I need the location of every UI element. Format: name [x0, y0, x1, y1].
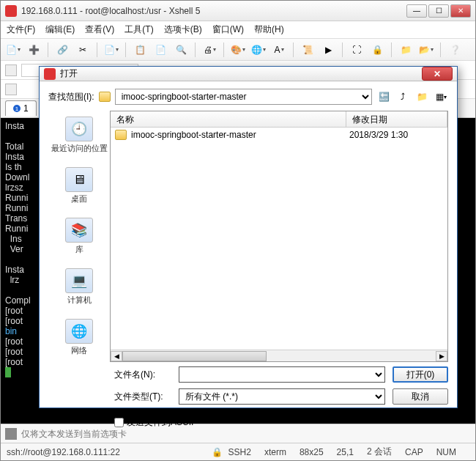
menu-file[interactable]: 文件(F): [7, 23, 35, 36]
fullscreen-icon[interactable]: ⛶: [349, 42, 365, 58]
menu-tab[interactable]: 选项卡(B): [164, 23, 202, 36]
recent-icon: 🕘: [65, 117, 93, 141]
status-conn: ssh://root@192.168.0.111:22: [7, 447, 120, 457]
open-button[interactable]: 打开(0): [393, 366, 448, 383]
open-icon[interactable]: ➕: [26, 42, 42, 58]
menu-help[interactable]: 帮助(H): [254, 23, 284, 36]
help-icon[interactable]: ❔: [447, 42, 463, 58]
separator: [440, 43, 441, 57]
status-lock-icon: 🔒: [212, 447, 223, 457]
folder-icon: [115, 130, 127, 140]
menu-window[interactable]: 窗口(W): [212, 23, 244, 36]
transfer-icon[interactable]: 📁: [398, 42, 414, 58]
desktop-icon: 🖥: [65, 167, 93, 192]
places-bar: 🕘 最近访问的位置 🖥 桌面 📚 库 💻 计算机 🌐 网络: [48, 111, 110, 362]
ascii-label: 发送文件到ASCII: [127, 416, 193, 429]
lock-icon[interactable]: 🔒: [369, 42, 385, 58]
run-icon[interactable]: ▶: [320, 42, 336, 58]
status-sessions: 2 会话: [367, 446, 392, 458]
place-computer[interactable]: 💻 计算机: [48, 265, 110, 309]
session-tab[interactable]: 1 1: [5, 100, 37, 116]
filetype-label: 文件类型(T):: [114, 391, 171, 403]
network-icon: 🌐: [65, 319, 93, 344]
minimize-button[interactable]: —: [406, 4, 427, 18]
file-list-body[interactable]: imooc-springboot-starter-master 2018/3/2…: [111, 128, 447, 350]
toolbar: 📄▾ ➕ 🔗 ✂ 📄▾ 📋 📄 🔍 🖨▾ 🎨▾ 🌐▾ A▾ 📜 ▶ ⛶ 🔒 📁 …: [1, 39, 475, 61]
filename-label: 文件名(N):: [114, 369, 171, 381]
col-date[interactable]: 修改日期: [346, 111, 447, 127]
scroll-track[interactable]: [122, 351, 436, 361]
status-bar: ssh://root@192.168.0.111:22 🔒 SSH2 xterm…: [1, 443, 475, 460]
print-icon[interactable]: 🖨▾: [201, 42, 217, 58]
status-size: 88x25: [300, 447, 324, 457]
menu-edit[interactable]: 编辑(E): [45, 23, 75, 36]
dialog-titlebar[interactable]: 打开 ✕: [40, 67, 457, 81]
file-list: 名称 修改日期 imooc-springboot-starter-master …: [110, 111, 448, 362]
tab-badge: 1: [13, 105, 21, 112]
reconnect-icon[interactable]: 🔗: [54, 42, 70, 58]
scroll-right-icon[interactable]: ▶: [436, 351, 447, 361]
tab-label: 1: [23, 103, 29, 114]
new-session-icon[interactable]: 📄▾: [5, 42, 21, 58]
status-pos: 25,1: [337, 447, 354, 457]
views-icon[interactable]: ▦▾: [434, 89, 448, 104]
properties-icon[interactable]: 📄▾: [103, 42, 119, 58]
open-dialog: 打开 ✕ 查找范围(I): imooc-springboot-starter-m…: [39, 66, 458, 408]
disconnect-icon[interactable]: ✂: [75, 42, 91, 58]
address-icon: [5, 64, 17, 76]
separator: [195, 43, 196, 57]
command-icon: [5, 428, 17, 440]
lookup-select[interactable]: imooc-springboot-starter-master: [115, 89, 372, 105]
status-ssh: SSH2: [228, 447, 251, 457]
libraries-icon: 📚: [65, 218, 93, 243]
status-cap: CAP: [405, 447, 423, 457]
computer-icon: 💻: [65, 268, 93, 293]
folder-icon: [99, 92, 111, 102]
separator: [97, 43, 97, 57]
list-item[interactable]: imooc-springboot-starter-master 2018/3/2…: [111, 128, 447, 142]
separator: [391, 43, 392, 57]
main-titlebar[interactable]: 192.168.0.111 - root@localhost:/usr - Xs…: [1, 1, 475, 21]
separator: [125, 43, 126, 57]
window-title: 192.168.0.111 - root@localhost:/usr - Xs…: [21, 6, 406, 16]
script-icon[interactable]: 📜: [300, 42, 316, 58]
globe-icon[interactable]: 🌐▾: [250, 42, 267, 58]
cancel-button[interactable]: 取消: [393, 388, 448, 405]
lookup-label: 查找范围(I):: [48, 91, 94, 103]
place-recent[interactable]: 🕘 最近访问的位置: [48, 114, 110, 157]
scroll-thumb[interactable]: [122, 351, 267, 361]
dialog-title: 打开: [60, 67, 422, 80]
separator: [223, 43, 224, 57]
copy-icon[interactable]: 📋: [132, 42, 148, 58]
close-button[interactable]: ✕: [450, 4, 471, 18]
h-scrollbar[interactable]: ◀ ▶: [111, 350, 447, 361]
file-list-header: 名称 修改日期: [111, 111, 447, 128]
cursor: [5, 367, 11, 377]
dialog-close-button[interactable]: ✕: [422, 67, 453, 81]
xftp-icon[interactable]: 📂▾: [418, 42, 434, 58]
ascii-checkbox[interactable]: [114, 418, 124, 427]
dialog-app-icon: [44, 68, 56, 80]
separator: [293, 43, 294, 57]
filetype-select[interactable]: 所有文件 (*.*): [179, 388, 385, 405]
new-folder-icon[interactable]: 📁: [414, 89, 429, 104]
scroll-left-icon[interactable]: ◀: [111, 351, 122, 361]
menu-view[interactable]: 查看(V): [85, 23, 114, 36]
font-icon[interactable]: A▾: [271, 42, 287, 58]
maximize-button[interactable]: ☐: [428, 4, 449, 18]
status-term: xterm: [264, 447, 286, 457]
place-network[interactable]: 🌐 网络: [48, 316, 110, 359]
lookup-row: 查找范围(I): imooc-springboot-starter-master…: [48, 89, 448, 105]
color-icon[interactable]: 🎨▾: [230, 42, 246, 58]
back-icon[interactable]: 🔙: [376, 89, 391, 104]
up-icon[interactable]: ⤴: [395, 89, 410, 104]
place-desktop[interactable]: 🖥 桌面: [48, 164, 110, 207]
paste-icon[interactable]: 📄: [152, 42, 168, 58]
quick-icon: [5, 84, 17, 95]
find-icon[interactable]: 🔍: [173, 42, 189, 58]
filename-input[interactable]: [179, 366, 385, 383]
place-libraries[interactable]: 📚 库: [48, 215, 110, 258]
menu-tools[interactable]: 工具(T): [124, 23, 153, 36]
col-name[interactable]: 名称: [111, 111, 346, 127]
separator: [342, 43, 343, 57]
